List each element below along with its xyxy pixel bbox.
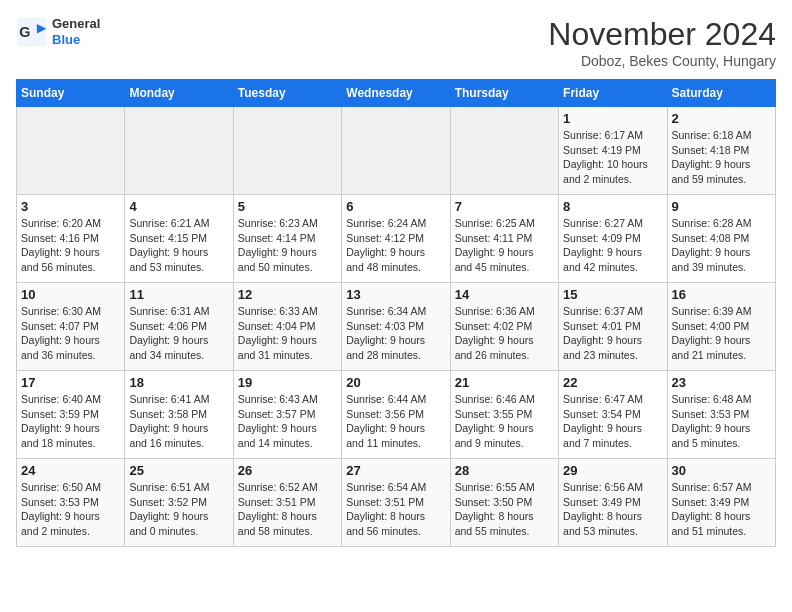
calendar-table: SundayMondayTuesdayWednesdayThursdayFrid… [16, 79, 776, 547]
weekday-header-thursday: Thursday [450, 80, 558, 107]
day-number: 16 [672, 287, 771, 302]
weekday-header-wednesday: Wednesday [342, 80, 450, 107]
day-info: Sunrise: 6:18 AM Sunset: 4:18 PM Dayligh… [672, 128, 771, 187]
calendar-cell: 22Sunrise: 6:47 AM Sunset: 3:54 PM Dayli… [559, 371, 667, 459]
calendar-week-2: 3Sunrise: 6:20 AM Sunset: 4:16 PM Daylig… [17, 195, 776, 283]
day-info: Sunrise: 6:47 AM Sunset: 3:54 PM Dayligh… [563, 392, 662, 451]
day-number: 23 [672, 375, 771, 390]
day-info: Sunrise: 6:39 AM Sunset: 4:00 PM Dayligh… [672, 304, 771, 363]
day-info: Sunrise: 6:46 AM Sunset: 3:55 PM Dayligh… [455, 392, 554, 451]
day-info: Sunrise: 6:30 AM Sunset: 4:07 PM Dayligh… [21, 304, 120, 363]
calendar-cell: 18Sunrise: 6:41 AM Sunset: 3:58 PM Dayli… [125, 371, 233, 459]
day-info: Sunrise: 6:51 AM Sunset: 3:52 PM Dayligh… [129, 480, 228, 539]
calendar-cell: 29Sunrise: 6:56 AM Sunset: 3:49 PM Dayli… [559, 459, 667, 547]
calendar-cell: 26Sunrise: 6:52 AM Sunset: 3:51 PM Dayli… [233, 459, 341, 547]
calendar-cell: 27Sunrise: 6:54 AM Sunset: 3:51 PM Dayli… [342, 459, 450, 547]
weekday-header-tuesday: Tuesday [233, 80, 341, 107]
day-info: Sunrise: 6:36 AM Sunset: 4:02 PM Dayligh… [455, 304, 554, 363]
calendar-cell [342, 107, 450, 195]
calendar-cell: 4Sunrise: 6:21 AM Sunset: 4:15 PM Daylig… [125, 195, 233, 283]
calendar-week-4: 17Sunrise: 6:40 AM Sunset: 3:59 PM Dayli… [17, 371, 776, 459]
day-info: Sunrise: 6:41 AM Sunset: 3:58 PM Dayligh… [129, 392, 228, 451]
day-info: Sunrise: 6:57 AM Sunset: 3:49 PM Dayligh… [672, 480, 771, 539]
day-info: Sunrise: 6:25 AM Sunset: 4:11 PM Dayligh… [455, 216, 554, 275]
day-number: 10 [21, 287, 120, 302]
weekday-header-friday: Friday [559, 80, 667, 107]
calendar-cell [17, 107, 125, 195]
svg-text:G: G [19, 24, 30, 40]
day-info: Sunrise: 6:17 AM Sunset: 4:19 PM Dayligh… [563, 128, 662, 187]
day-number: 6 [346, 199, 445, 214]
day-info: Sunrise: 6:48 AM Sunset: 3:53 PM Dayligh… [672, 392, 771, 451]
calendar-body: 1Sunrise: 6:17 AM Sunset: 4:19 PM Daylig… [17, 107, 776, 547]
day-number: 4 [129, 199, 228, 214]
calendar-week-1: 1Sunrise: 6:17 AM Sunset: 4:19 PM Daylig… [17, 107, 776, 195]
calendar-cell: 15Sunrise: 6:37 AM Sunset: 4:01 PM Dayli… [559, 283, 667, 371]
day-number: 25 [129, 463, 228, 478]
calendar-cell: 12Sunrise: 6:33 AM Sunset: 4:04 PM Dayli… [233, 283, 341, 371]
day-number: 29 [563, 463, 662, 478]
weekday-header-row: SundayMondayTuesdayWednesdayThursdayFrid… [17, 80, 776, 107]
day-info: Sunrise: 6:43 AM Sunset: 3:57 PM Dayligh… [238, 392, 337, 451]
day-number: 26 [238, 463, 337, 478]
calendar-cell: 23Sunrise: 6:48 AM Sunset: 3:53 PM Dayli… [667, 371, 775, 459]
day-info: Sunrise: 6:52 AM Sunset: 3:51 PM Dayligh… [238, 480, 337, 539]
day-number: 1 [563, 111, 662, 126]
calendar-week-5: 24Sunrise: 6:50 AM Sunset: 3:53 PM Dayli… [17, 459, 776, 547]
calendar-cell: 13Sunrise: 6:34 AM Sunset: 4:03 PM Dayli… [342, 283, 450, 371]
calendar-cell [450, 107, 558, 195]
calendar-cell: 2Sunrise: 6:18 AM Sunset: 4:18 PM Daylig… [667, 107, 775, 195]
calendar-cell: 16Sunrise: 6:39 AM Sunset: 4:00 PM Dayli… [667, 283, 775, 371]
calendar-cell: 8Sunrise: 6:27 AM Sunset: 4:09 PM Daylig… [559, 195, 667, 283]
weekday-header-saturday: Saturday [667, 80, 775, 107]
day-number: 28 [455, 463, 554, 478]
day-info: Sunrise: 6:44 AM Sunset: 3:56 PM Dayligh… [346, 392, 445, 451]
calendar-cell: 6Sunrise: 6:24 AM Sunset: 4:12 PM Daylig… [342, 195, 450, 283]
day-number: 5 [238, 199, 337, 214]
day-info: Sunrise: 6:21 AM Sunset: 4:15 PM Dayligh… [129, 216, 228, 275]
day-number: 11 [129, 287, 228, 302]
calendar-cell: 25Sunrise: 6:51 AM Sunset: 3:52 PM Dayli… [125, 459, 233, 547]
day-number: 17 [21, 375, 120, 390]
calendar-cell [233, 107, 341, 195]
day-info: Sunrise: 6:27 AM Sunset: 4:09 PM Dayligh… [563, 216, 662, 275]
calendar-cell: 19Sunrise: 6:43 AM Sunset: 3:57 PM Dayli… [233, 371, 341, 459]
day-info: Sunrise: 6:40 AM Sunset: 3:59 PM Dayligh… [21, 392, 120, 451]
day-number: 14 [455, 287, 554, 302]
calendar-cell: 14Sunrise: 6:36 AM Sunset: 4:02 PM Dayli… [450, 283, 558, 371]
day-number: 20 [346, 375, 445, 390]
day-info: Sunrise: 6:34 AM Sunset: 4:03 PM Dayligh… [346, 304, 445, 363]
day-info: Sunrise: 6:20 AM Sunset: 4:16 PM Dayligh… [21, 216, 120, 275]
day-number: 15 [563, 287, 662, 302]
day-info: Sunrise: 6:23 AM Sunset: 4:14 PM Dayligh… [238, 216, 337, 275]
calendar-cell: 21Sunrise: 6:46 AM Sunset: 3:55 PM Dayli… [450, 371, 558, 459]
day-number: 9 [672, 199, 771, 214]
calendar-cell: 24Sunrise: 6:50 AM Sunset: 3:53 PM Dayli… [17, 459, 125, 547]
day-info: Sunrise: 6:37 AM Sunset: 4:01 PM Dayligh… [563, 304, 662, 363]
day-info: Sunrise: 6:55 AM Sunset: 3:50 PM Dayligh… [455, 480, 554, 539]
day-number: 2 [672, 111, 771, 126]
calendar-week-3: 10Sunrise: 6:30 AM Sunset: 4:07 PM Dayli… [17, 283, 776, 371]
calendar-cell [125, 107, 233, 195]
logo: G General Blue [16, 16, 100, 48]
day-number: 24 [21, 463, 120, 478]
day-info: Sunrise: 6:24 AM Sunset: 4:12 PM Dayligh… [346, 216, 445, 275]
calendar-cell: 17Sunrise: 6:40 AM Sunset: 3:59 PM Dayli… [17, 371, 125, 459]
location-subtitle: Doboz, Bekes County, Hungary [548, 53, 776, 69]
day-number: 18 [129, 375, 228, 390]
day-info: Sunrise: 6:54 AM Sunset: 3:51 PM Dayligh… [346, 480, 445, 539]
day-number: 7 [455, 199, 554, 214]
day-number: 12 [238, 287, 337, 302]
logo-icon: G [16, 16, 48, 48]
page-header: G General Blue November 2024 Doboz, Beke… [16, 16, 776, 69]
calendar-cell: 3Sunrise: 6:20 AM Sunset: 4:16 PM Daylig… [17, 195, 125, 283]
calendar-cell: 10Sunrise: 6:30 AM Sunset: 4:07 PM Dayli… [17, 283, 125, 371]
month-title: November 2024 [548, 16, 776, 53]
calendar-cell: 1Sunrise: 6:17 AM Sunset: 4:19 PM Daylig… [559, 107, 667, 195]
day-info: Sunrise: 6:31 AM Sunset: 4:06 PM Dayligh… [129, 304, 228, 363]
day-number: 19 [238, 375, 337, 390]
calendar-cell: 28Sunrise: 6:55 AM Sunset: 3:50 PM Dayli… [450, 459, 558, 547]
day-number: 27 [346, 463, 445, 478]
day-info: Sunrise: 6:33 AM Sunset: 4:04 PM Dayligh… [238, 304, 337, 363]
calendar-cell: 7Sunrise: 6:25 AM Sunset: 4:11 PM Daylig… [450, 195, 558, 283]
